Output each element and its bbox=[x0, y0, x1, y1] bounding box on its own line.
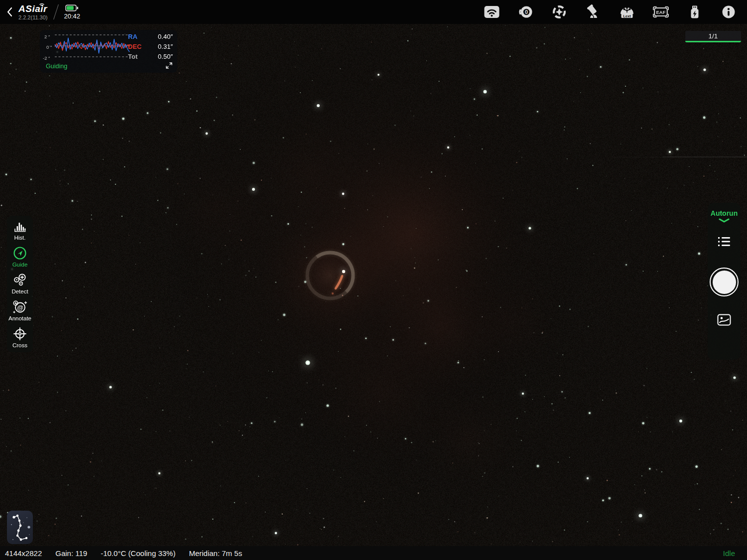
focuser-eaf-icon[interactable]: EAF bbox=[652, 3, 669, 20]
tool-annotate[interactable]: @ Annotate bbox=[8, 300, 31, 321]
crosshair-icon bbox=[13, 327, 27, 341]
main-camera-icon[interactable]: 0 bbox=[517, 3, 534, 20]
frame-counter-progress bbox=[685, 41, 741, 42]
tool-cross[interactable]: Cross bbox=[12, 327, 27, 348]
meridian-label: Meridian: 7m 5s bbox=[189, 549, 242, 558]
guide-scope-icon[interactable] bbox=[551, 3, 568, 20]
sequence-list-button[interactable] bbox=[717, 236, 732, 250]
svg-text:Lext: Lext bbox=[623, 14, 631, 18]
right-toolbar: Autorun bbox=[708, 203, 741, 360]
battery-icon bbox=[65, 4, 79, 11]
starfield-image bbox=[0, 24, 747, 546]
resolution-label: 4144x2822 bbox=[5, 549, 42, 558]
guide-stat-ra: RA 0.40″ bbox=[128, 33, 173, 40]
left-toolbar: Hist. Guide Detect @ bbox=[7, 216, 33, 352]
status-bar: 4144x2822 Gain: 119 -10.0°C (Cooling 33%… bbox=[0, 546, 747, 560]
app-version: 2.2.2(11.30) bbox=[18, 15, 48, 20]
shutter-button[interactable] bbox=[710, 268, 739, 296]
guide-trace-chart bbox=[53, 33, 131, 59]
svg-text:EAF: EAF bbox=[656, 9, 666, 15]
constellation-icon bbox=[7, 511, 33, 544]
usb-power-icon[interactable] bbox=[686, 3, 703, 20]
guiding-status-label: Guiding bbox=[46, 63, 67, 70]
guide-camera-dome-icon[interactable]: Lext bbox=[619, 3, 635, 20]
histogram-icon bbox=[13, 220, 27, 233]
gallery-icon bbox=[717, 313, 732, 326]
image-viewer[interactable] bbox=[0, 24, 747, 546]
divider bbox=[53, 4, 59, 20]
back-button[interactable] bbox=[7, 7, 12, 17]
frame-counter: 1/1 bbox=[685, 31, 741, 42]
guide-arrow-icon bbox=[13, 246, 27, 260]
sky-atlas-button[interactable] bbox=[7, 511, 33, 544]
guide-stat-tot: Tot 0.50″ bbox=[128, 53, 173, 60]
tool-histogram[interactable]: Hist. bbox=[13, 220, 27, 241]
tool-guide[interactable]: Guide bbox=[12, 246, 28, 268]
clock: 20:42 bbox=[64, 13, 81, 19]
cooling-label: -10.0°C (Cooling 33%) bbox=[101, 549, 175, 558]
device-icons: 0 bbox=[483, 3, 740, 20]
top-bar: ASiair 2.2.2(11.30) 20:42 bbox=[0, 0, 747, 24]
app-logo: ASiair bbox=[18, 4, 48, 13]
detect-stars-icon bbox=[13, 273, 27, 287]
svg-text:@: @ bbox=[17, 304, 23, 311]
list-icon bbox=[717, 236, 732, 248]
annotate-icon: @ bbox=[12, 300, 27, 314]
logo-wifi-icon bbox=[39, 2, 45, 6]
gain-label: Gain: 119 bbox=[55, 549, 87, 558]
mode-selector-autorun[interactable]: Autorun bbox=[711, 209, 738, 223]
guide-stat-dec: DEC 0.31″ bbox=[128, 43, 173, 50]
chevron-down-icon bbox=[718, 218, 730, 223]
chevron-left-icon bbox=[7, 7, 12, 17]
svg-text:0: 0 bbox=[525, 9, 528, 15]
wifi-station-icon[interactable] bbox=[483, 3, 500, 20]
shutter-inner bbox=[713, 271, 736, 294]
mount-icon[interactable] bbox=[585, 3, 602, 20]
info-icon[interactable] bbox=[720, 3, 737, 20]
expand-icon[interactable] bbox=[165, 62, 173, 69]
tool-detect[interactable]: Detect bbox=[11, 273, 28, 294]
gallery-button[interactable] bbox=[717, 313, 732, 328]
asiair-app: ASiair 2.2.2(11.30) 20:42 bbox=[0, 0, 747, 560]
camera-state-label: Idle bbox=[723, 549, 735, 558]
guide-stats: RA 0.40″ DEC 0.31″ Tot 0.50″ bbox=[128, 33, 173, 60]
guiding-graph-panel[interactable]: 2 ″ 0 ″ -2 ″ RA 0.40″ DEC 0.31″ Tot 0.50… bbox=[40, 30, 177, 73]
